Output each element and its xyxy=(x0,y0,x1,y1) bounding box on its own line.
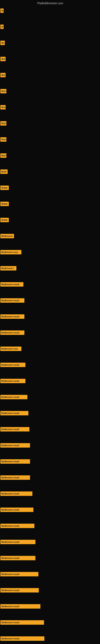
bar-row: Bottleneck result xyxy=(0,362,100,368)
bar-row: B xyxy=(0,8,100,14)
bar-row: Bottle xyxy=(0,217,100,223)
bar-row: Bottle xyxy=(0,201,100,207)
bar-row-wrapper: Bottleneck result xyxy=(0,636,100,642)
bar-row-wrapper: B xyxy=(0,8,100,14)
bar-label: Bottleneck result xyxy=(0,572,38,576)
bar-label: Bo xyxy=(0,41,5,45)
bar-row: Bottleneck result xyxy=(0,330,100,336)
bar-label: Bott xyxy=(0,89,6,94)
bar-row: Bottleneck result xyxy=(0,555,100,561)
bar-row-wrapper: Bo xyxy=(0,40,100,46)
bar-row: Bottleneck resu xyxy=(0,249,100,255)
bar-row-wrapper: Bott xyxy=(0,88,100,94)
bar-row: Bottleneck result xyxy=(0,314,100,320)
bar-row: Bott xyxy=(0,152,100,158)
bar-row: Bottleneck result xyxy=(0,410,100,416)
bars-container: BBBoBotBotBottBotBottBottBottBottlBottle… xyxy=(0,6,100,642)
bar-row: Bottleneck result xyxy=(0,442,100,448)
bar-row: Bott xyxy=(0,120,100,126)
bar-row-wrapper: Bottleneck result xyxy=(0,491,100,497)
bar-row-wrapper: Bottleneck result xyxy=(0,298,100,304)
bar-label: Bottleneck result xyxy=(0,604,40,608)
bar-row: Bottleneck result xyxy=(0,571,100,577)
bar-row: Bottl xyxy=(0,169,100,175)
bar-label: Bottleneck result xyxy=(0,314,24,319)
bar-row: Bottleneck result xyxy=(0,636,100,642)
bar-label: Bottleneck result xyxy=(0,411,28,416)
bar-label: Bottle xyxy=(0,218,9,222)
bar-label: B xyxy=(0,24,3,29)
bar-row-wrapper: Bottleneck result xyxy=(0,426,100,432)
bar-label: Bottleneck result xyxy=(0,330,24,335)
bar-label: B xyxy=(0,8,3,13)
bar-label: Bottleneck resu xyxy=(0,346,21,351)
bar-label: Bottleneck result xyxy=(0,524,34,528)
bar-row: Bottleneck result xyxy=(0,458,100,464)
bar-label: Bottleneck r xyxy=(0,266,16,270)
bar-label: Bottle xyxy=(0,186,9,190)
bar-label: Bottleneck xyxy=(0,234,14,238)
bar-row-wrapper: Bottleneck resu xyxy=(0,249,100,255)
bar-row-wrapper: Bottleneck result xyxy=(0,587,100,593)
bar-label: Bottleneck result xyxy=(0,620,44,625)
bar-row: Bot xyxy=(0,72,100,78)
bar-row-wrapper: Bottleneck result xyxy=(0,474,100,480)
bar-row: Bottleneck result xyxy=(0,474,100,480)
bar-label: Bot xyxy=(0,57,6,61)
bar-label: Bottleneck result xyxy=(0,379,25,383)
bar-label: Bottleneck result xyxy=(0,556,35,560)
bar-label: Bott xyxy=(0,137,6,142)
bar-row-wrapper: Bottle xyxy=(0,217,100,223)
bar-label: Bottleneck result xyxy=(0,282,23,286)
bar-label: Bottleneck result xyxy=(0,443,30,448)
bar-label: Bottleneck result xyxy=(0,540,35,544)
bar-row-wrapper: Bottleneck result xyxy=(0,442,100,448)
bar-label: Bottleneck result xyxy=(0,508,33,512)
bar-row: Bottleneck result xyxy=(0,507,100,513)
bar-row: Bottleneck result xyxy=(0,426,100,432)
bar-row: Bottleneck result xyxy=(0,298,100,304)
bar-row-wrapper: Bottleneck result xyxy=(0,394,100,400)
bar-row: Bottleneck result xyxy=(0,378,100,384)
bar-row-wrapper: Bott xyxy=(0,136,100,142)
bar-row: Bottleneck result xyxy=(0,620,100,626)
bar-label: Bottleneck result xyxy=(0,427,29,432)
bar-label: Bottleneck result xyxy=(0,588,39,592)
bar-label: Bot xyxy=(0,105,6,110)
bar-row-wrapper: Bot xyxy=(0,104,100,110)
bar-label: Bottleneck result xyxy=(0,363,25,367)
bar-row-wrapper: Bottleneck r xyxy=(0,265,100,271)
bar-row-wrapper: Bott xyxy=(0,152,100,158)
bar-row-wrapper: Bottleneck result xyxy=(0,603,100,610)
bar-row: Bottleneck resu xyxy=(0,346,100,352)
bar-row-wrapper: Bottle xyxy=(0,185,100,191)
bar-row-wrapper: Bottleneck result xyxy=(0,507,100,513)
bar-row-wrapper: Bottle xyxy=(0,201,100,207)
bar-row: Bottleneck result xyxy=(0,539,100,545)
bar-row: Bott xyxy=(0,88,100,94)
bar-row: Bottleneck result xyxy=(0,523,100,529)
bar-row-wrapper: Bot xyxy=(0,72,100,78)
bar-row-wrapper: Bot xyxy=(0,56,100,62)
bar-row-wrapper: Bottleneck result xyxy=(0,523,100,529)
bar-row: Bottleneck result xyxy=(0,394,100,400)
bar-row-wrapper: Bottleneck xyxy=(0,233,100,239)
bar-row: Bottleneck result xyxy=(0,603,100,610)
bar-row: Bo xyxy=(0,40,100,46)
bar-label: Bottleneck result xyxy=(0,459,30,464)
bar-row-wrapper: Bottleneck resu xyxy=(0,346,100,352)
bar-row: Bottleneck result xyxy=(0,491,100,497)
bar-row: Bottleneck result xyxy=(0,587,100,593)
bar-row-wrapper: Bottleneck result xyxy=(0,378,100,384)
bar-label: Bottl xyxy=(0,170,8,174)
bar-label: Bottleneck resu xyxy=(0,250,21,254)
bar-row-wrapper: Bottleneck result xyxy=(0,330,100,336)
bar-row: Bottleneck r xyxy=(0,265,100,271)
bar-row-wrapper: B xyxy=(0,24,100,30)
bar-label: Bottleneck result xyxy=(0,395,27,399)
bar-row-wrapper: Bottleneck result xyxy=(0,314,100,320)
bar-label: Bottleneck result xyxy=(0,492,32,496)
bar-row: Bottleneck result xyxy=(0,281,100,288)
bar-row: Bot xyxy=(0,56,100,62)
bar-label: Bott xyxy=(0,153,6,158)
